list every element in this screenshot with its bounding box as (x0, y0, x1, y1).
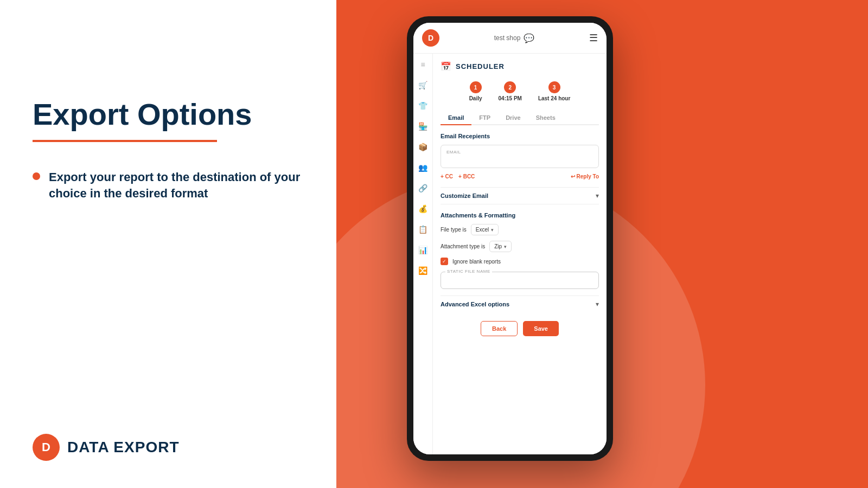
static-file-name-field[interactable]: STATIC FILE NAME (441, 272, 599, 289)
attachments-title: Attachments & Formatting (441, 212, 599, 219)
phone-main: 📅 SCHEDULER 1 Daily 2 (433, 54, 607, 454)
menu-icon[interactable]: ☰ (589, 32, 598, 44)
email-field[interactable]: EMAIL (441, 145, 599, 168)
email-field-label: EMAIL (446, 150, 593, 155)
phone-screen: D test shop 💬 ☰ ≡ 🛒 👕 🏪 📦 👥 🔗 (413, 23, 607, 454)
sidebar-icon-delivery[interactable]: 📦 (418, 142, 429, 152)
customize-email-chevron-icon: ▾ (596, 192, 599, 200)
right-panel: D test shop 💬 ☰ ≡ 🛒 👕 🏪 📦 👥 🔗 (336, 0, 868, 488)
customize-email-label: Customize Email (441, 192, 488, 199)
attachments-section: Attachments & Formatting File type is Ex… (441, 212, 599, 289)
step-badge-1: 1 (470, 81, 482, 93)
file-type-chevron-icon: ▾ (491, 227, 494, 233)
advanced-excel-chevron-icon: ▾ (596, 300, 599, 308)
left-content: Export Options Export your report to the… (33, 98, 304, 202)
left-panel: Export Options Export your report to the… (0, 0, 336, 488)
phone-sidebar: ≡ 🛒 👕 🏪 📦 👥 🔗 💰 📋 📊 🔀 (413, 54, 433, 454)
brand-logo-text: DATA EXPORT (67, 439, 179, 456)
advanced-excel-row[interactable]: Advanced Excel options ▾ (441, 296, 599, 312)
bullet-point: Export your report to the destination of… (33, 169, 304, 203)
attachment-type-select[interactable]: Zip ▾ (489, 241, 512, 252)
phone-header: D test shop 💬 ☰ (413, 23, 607, 54)
tab-drive[interactable]: Drive (498, 111, 528, 125)
advanced-excel-label: Advanced Excel options (441, 301, 509, 307)
attachment-type-value: Zip (494, 243, 502, 249)
sidebar-icon-money[interactable]: 💰 (418, 203, 429, 214)
sidebar-icon-store[interactable]: 🏪 (418, 121, 429, 132)
back-button[interactable]: Back (481, 321, 518, 336)
main-title: Export Options (33, 98, 304, 131)
static-file-name-label: STATIC FILE NAME (445, 269, 492, 274)
customize-email-row[interactable]: Customize Email ▾ (441, 187, 599, 204)
sidebar-icon-apparel[interactable]: 👕 (418, 100, 429, 111)
ignore-blank-label: Ignore blank reports (452, 259, 501, 265)
phone-body: ≡ 🛒 👕 🏪 📦 👥 🔗 💰 📋 📊 🔀 📅 (413, 54, 607, 454)
file-type-row: File type is Excel ▾ (441, 224, 599, 235)
sidebar-icon-analytics[interactable]: 📊 (418, 245, 429, 255)
tab-sheets[interactable]: Sheets (528, 111, 563, 125)
sidebar-icon-reports[interactable]: 📋 (418, 224, 429, 235)
bcc-button[interactable]: + BCC (458, 174, 475, 179)
sidebar-icon-links[interactable]: 🔗 (418, 183, 429, 194)
step-item-2[interactable]: 2 04:15 PM (499, 81, 522, 101)
email-input[interactable] (446, 156, 593, 163)
bullet-text: Export your report to the destination of… (49, 169, 304, 203)
sidebar-icon-users[interactable]: 👥 (418, 162, 429, 173)
bullet-dot-icon (33, 172, 40, 180)
chat-icon: 💬 (524, 33, 534, 43)
step-label-2: 04:15 PM (499, 95, 522, 101)
steps-row: 1 Daily 2 04:15 PM 3 (441, 81, 599, 101)
file-type-value: Excel (476, 227, 489, 233)
scheduler-title: SCHEDULER (456, 62, 505, 70)
action-buttons: Back Save (441, 321, 599, 336)
tab-email[interactable]: Email (441, 111, 471, 125)
tabs-row: Email FTP Drive Sheets (441, 111, 599, 125)
step-badge-3: 3 (548, 81, 560, 93)
file-type-label: File type is (441, 227, 467, 233)
email-section-title: Email Recepients (441, 133, 599, 139)
shop-name: test shop (494, 34, 521, 42)
step-item-1[interactable]: 1 Daily (469, 81, 482, 101)
sidebar-icon-integrations[interactable]: 🔀 (418, 265, 429, 276)
save-button[interactable]: Save (523, 321, 559, 336)
scheduler-header: 📅 SCHEDULER (441, 61, 599, 72)
ignore-blank-checkbox[interactable]: ✓ (441, 258, 448, 265)
ignore-blank-row: ✓ Ignore blank reports (441, 258, 599, 265)
step-label-1: Daily (469, 95, 482, 101)
phone-logo-icon: D (422, 29, 439, 47)
attachment-type-label: Attachment type is (441, 243, 485, 249)
cc-button[interactable]: + CC (441, 174, 453, 179)
tab-ftp[interactable]: FTP (471, 111, 498, 125)
phone-mockup: D test shop 💬 ☰ ≡ 🛒 👕 🏪 📦 👥 🔗 (407, 16, 613, 461)
sidebar-icon-menu[interactable]: ≡ (418, 59, 429, 70)
title-underline (33, 140, 217, 142)
step-label-3: Last 24 hour (538, 95, 570, 101)
step-badge-2: 2 (504, 81, 516, 93)
reply-to-button[interactable]: ↩ Reply To (571, 174, 599, 179)
attachment-type-row: Attachment type is Zip ▾ (441, 241, 599, 252)
phone-header-center: test shop 💬 (494, 33, 535, 43)
logo-area: D DATA EXPORT (33, 434, 304, 461)
sidebar-icon-cart[interactable]: 🛒 (418, 80, 429, 91)
scheduler-calendar-icon: 📅 (441, 61, 451, 72)
attachment-type-chevron-icon: ▾ (504, 244, 507, 249)
brand-logo-icon: D (33, 434, 60, 461)
file-type-select[interactable]: Excel ▾ (471, 224, 499, 235)
step-item-3[interactable]: 3 Last 24 hour (538, 81, 570, 101)
cc-row: + CC + BCC ↩ Reply To (441, 174, 599, 179)
static-file-name-input[interactable] (446, 277, 593, 284)
